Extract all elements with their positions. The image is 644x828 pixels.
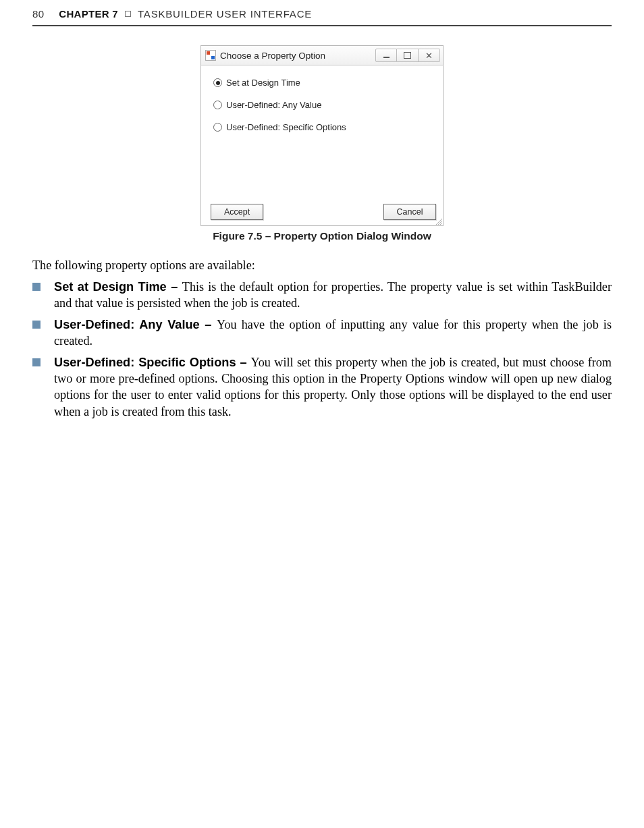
minimize-button[interactable]: [375, 49, 397, 62]
dialog-button-row: Accept Cancel: [211, 204, 436, 220]
list-item-title: User-Defined: Any Value –: [54, 318, 217, 331]
square-bullet-icon: [32, 283, 41, 291]
list-item: User-Defined: Specific Options – You wil…: [32, 354, 612, 420]
radio-label: User-Defined: Any Value: [226, 100, 321, 110]
app-icon: [205, 50, 216, 61]
close-icon: ✕: [425, 51, 433, 61]
radio-option-specific-options[interactable]: User-Defined: Specific Options: [213, 122, 431, 132]
dialog-titlebar[interactable]: Choose a Property Option ✕: [200, 45, 444, 65]
page-number: 80: [32, 8, 44, 20]
radio-option-design-time[interactable]: Set at Design Time: [213, 78, 431, 88]
property-option-dialog: Choose a Property Option ✕ Set at Design…: [200, 45, 444, 226]
window-controls: ✕: [375, 49, 440, 62]
radio-label: User-Defined: Specific Options: [226, 122, 346, 132]
square-bullet-icon: [32, 321, 41, 329]
option-list: Set at Design Time – This is the default…: [32, 279, 612, 420]
list-item-title: Set at Design Time –: [54, 280, 182, 294]
radio-icon: [213, 101, 222, 109]
dialog-body: Set at Design Time User-Defined: Any Val…: [200, 65, 444, 226]
intro-text: The following property options are avail…: [32, 257, 612, 273]
radio-icon: [213, 123, 222, 132]
header-rule: [32, 25, 612, 26]
chapter-label: CHAPTER 7: [59, 8, 118, 20]
resize-grip-icon[interactable]: [434, 217, 442, 225]
figure-caption: Figure 7.5 – Property Option Dialog Wind…: [32, 230, 612, 242]
maximize-button[interactable]: [397, 49, 419, 62]
header-title: TASKBUILDER USER INTERFACE: [138, 8, 312, 20]
header-separator-icon: [125, 11, 131, 17]
radio-option-any-value[interactable]: User-Defined: Any Value: [213, 100, 431, 110]
page-header: 80 CHAPTER 7 TASKBUILDER USER INTERFACE: [32, 8, 612, 25]
minimize-icon: [383, 53, 390, 58]
square-bullet-icon: [32, 358, 41, 366]
dialog-title: Choose a Property Option: [220, 51, 375, 61]
radio-label: Set at Design Time: [226, 78, 300, 88]
maximize-icon: [404, 52, 411, 59]
list-item: User-Defined: Any Value – You have the o…: [32, 316, 612, 350]
list-item-title: User-Defined: Specific Options –: [54, 356, 250, 369]
cancel-button[interactable]: Cancel: [383, 204, 436, 220]
radio-icon: [213, 78, 222, 87]
list-item: Set at Design Time – This is the default…: [32, 279, 612, 312]
accept-button[interactable]: Accept: [211, 204, 263, 220]
close-button[interactable]: ✕: [419, 49, 440, 62]
